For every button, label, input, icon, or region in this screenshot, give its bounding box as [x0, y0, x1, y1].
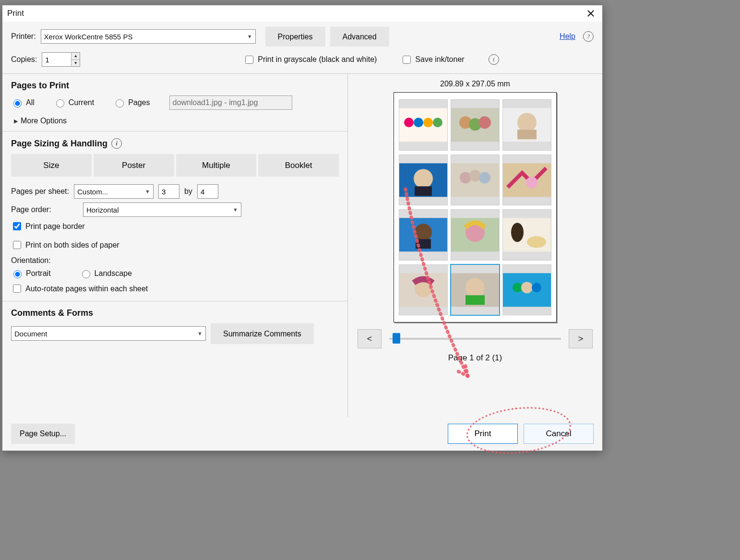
preview-slider-thumb[interactable]: [393, 333, 400, 344]
preview-pane: 209.89 x 297.05 mm <: [348, 74, 602, 417]
grayscale-checkbox[interactable]: [245, 56, 253, 64]
sizing-poster-button[interactable]: Poster: [94, 154, 174, 177]
sizing-booklet-button[interactable]: Booklet: [258, 154, 339, 177]
landscape-label: Landscape: [95, 269, 132, 278]
svg-rect-23: [416, 239, 431, 249]
svg-point-37: [532, 283, 541, 292]
duplex-check[interactable]: Print on both sides of paper: [11, 239, 339, 250]
autorotate-label: Auto-rotate pages within each sheet: [25, 285, 148, 293]
svg-rect-11: [517, 130, 537, 139]
landscape-radio[interactable]: [82, 270, 90, 278]
preview-slider[interactable]: [389, 338, 561, 340]
thumb-3: [502, 99, 551, 151]
orientation-label: Orientation:: [11, 256, 51, 265]
pages-current[interactable]: Current: [54, 98, 94, 107]
copies-up[interactable]: ▲: [72, 53, 80, 60]
svg-point-32: [465, 278, 485, 297]
pps-select[interactable]: Custom... ▼: [74, 184, 154, 199]
pages-range[interactable]: Pages: [113, 98, 150, 107]
preview-nav: < >: [358, 329, 593, 348]
portrait-radio[interactable]: [13, 270, 22, 278]
saveink-checkbox[interactable]: [403, 56, 411, 64]
svg-point-20: [526, 177, 537, 188]
pages-all-radio[interactable]: [13, 99, 22, 107]
pages-range-radio[interactable]: [116, 99, 124, 107]
copies-label: Copies:: [11, 55, 37, 64]
comments-value: Document: [14, 330, 47, 338]
svg-point-4: [433, 118, 442, 127]
pages-range-input[interactable]: download1.jpg - img1.jpg: [169, 95, 292, 110]
autorotate-check[interactable]: Auto-rotate pages within each sheet: [11, 283, 339, 294]
thumb-9: [502, 209, 551, 261]
sizing-multiple-button[interactable]: Multiple: [176, 154, 257, 177]
svg-rect-26: [503, 218, 551, 251]
thumb-12: [502, 264, 551, 316]
pages-all-label: All: [26, 98, 35, 107]
pages-current-radio[interactable]: [56, 99, 64, 107]
sizing-info-icon[interactable]: i: [111, 138, 122, 149]
border-checkbox[interactable]: [13, 222, 21, 230]
order-select[interactable]: Horizontal ▼: [83, 203, 241, 217]
summarize-button[interactable]: Summarize Comments: [211, 323, 314, 344]
grayscale-check[interactable]: Print in grayscale (black and white): [243, 54, 377, 65]
autorotate-checkbox[interactable]: [13, 285, 21, 293]
preview-dimensions: 209.89 x 297.05 mm: [440, 80, 510, 88]
pps-value: Custom...: [77, 188, 108, 196]
copies-input[interactable]: [42, 53, 71, 66]
preview-prev-button[interactable]: <: [358, 329, 382, 348]
triangle-right-icon: ▶: [14, 118, 18, 124]
comments-select[interactable]: Document ▼: [11, 326, 206, 341]
order-value: Horizontal: [86, 206, 119, 214]
svg-point-36: [521, 282, 533, 293]
pages-range-value: download1.jpg - img1.jpg: [173, 98, 258, 107]
printer-select[interactable]: Xerox WorkCentre 5855 PS ▼: [41, 29, 256, 44]
preview-page-indicator: Page 1 of 2 (1): [448, 353, 502, 363]
copies-stepper[interactable]: ▲ ▼: [42, 52, 80, 67]
cancel-button[interactable]: Cancel: [524, 424, 594, 444]
help-info-icon[interactable]: ?: [583, 31, 594, 42]
printer-value: Xerox WorkCentre 5855 PS: [44, 33, 133, 41]
comments-section: Comments & Forms Document ▼ Summarize Co…: [2, 301, 347, 349]
dialog-title: Print: [7, 9, 24, 18]
properties-button[interactable]: Properties: [265, 26, 325, 47]
saveink-info-icon[interactable]: i: [489, 54, 499, 65]
thumb-2: [451, 99, 500, 151]
preview-next-button[interactable]: >: [569, 329, 593, 348]
top-panel: Printer: Xerox WorkCentre 5855 PS ▼ Prop…: [2, 22, 602, 74]
comments-title: Comments & Forms: [11, 308, 339, 318]
thumb-11: [451, 264, 500, 316]
svg-point-3: [423, 118, 433, 127]
border-check[interactable]: Print page border: [11, 221, 339, 232]
order-label: Page order:: [11, 205, 78, 214]
sizing-size-button[interactable]: Size: [11, 154, 92, 177]
grayscale-label: Print in grayscale (black and white): [258, 55, 377, 64]
saveink-label: Save ink/toner: [415, 55, 464, 64]
pages-to-print-section: Pages to Print All Current Pages: [2, 74, 347, 131]
portrait-option[interactable]: Portrait: [11, 269, 51, 278]
pages-to-print-title: Pages to Print: [11, 81, 339, 91]
advanced-button[interactable]: Advanced: [330, 26, 389, 47]
help-link[interactable]: Help: [560, 32, 575, 41]
duplex-checkbox[interactable]: [13, 241, 21, 249]
saveink-check[interactable]: Save ink/toner: [401, 54, 464, 65]
more-options-toggle[interactable]: ▶ More Options: [11, 115, 339, 126]
pages-all[interactable]: All: [11, 98, 35, 107]
thumb-5: [451, 155, 500, 206]
left-pane: Pages to Print All Current Pages: [2, 74, 348, 417]
copies-down[interactable]: ▼: [72, 60, 80, 67]
footer: Page Setup... Print Cancel: [2, 417, 602, 451]
svg-point-28: [527, 236, 546, 248]
pages-current-label: Current: [69, 98, 94, 107]
pps-rows-input[interactable]: [197, 184, 218, 199]
landscape-option[interactable]: Landscape: [80, 269, 132, 278]
more-options-label: More Options: [21, 117, 67, 125]
print-button[interactable]: Print: [448, 424, 518, 444]
pps-cols-input[interactable]: [158, 184, 179, 199]
printer-label: Printer:: [11, 32, 36, 41]
border-label: Print page border: [25, 222, 85, 231]
svg-point-13: [414, 169, 433, 188]
close-button[interactable]: [584, 7, 597, 20]
page-preview: [394, 92, 557, 322]
pages-range-label: Pages: [128, 98, 150, 107]
page-setup-button[interactable]: Page Setup...: [11, 424, 75, 444]
